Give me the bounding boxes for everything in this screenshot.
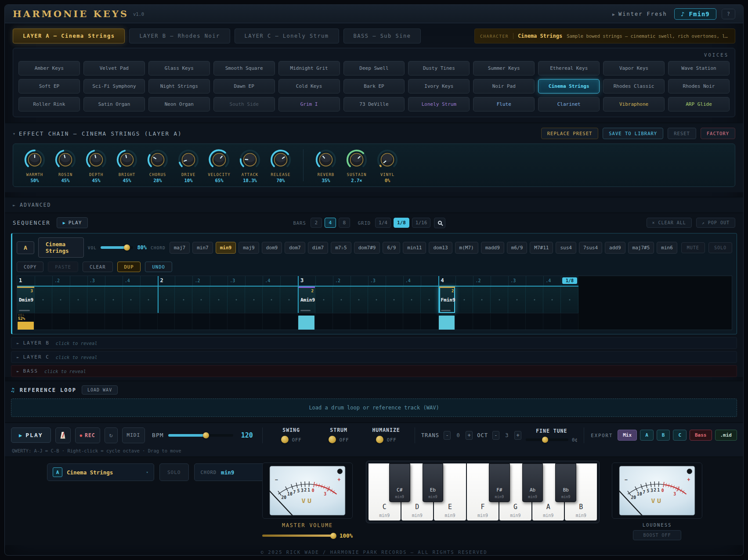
voice-rhodes-noir[interactable]: Rhodes Noir (668, 79, 730, 93)
factory-button[interactable]: FACTORY (701, 128, 735, 139)
grid-option-1-16[interactable]: 1/16 (412, 218, 431, 228)
velocity-lane[interactable]: VEL52% (17, 313, 578, 330)
bars-option-4[interactable]: 4 (325, 218, 336, 228)
velocity-slot[interactable] (123, 313, 140, 330)
oct-plus-button[interactable]: + (514, 431, 521, 440)
velocity-slot[interactable] (455, 313, 473, 330)
knob-chorus[interactable]: CHORUS28% (142, 147, 173, 183)
grid-cell[interactable] (175, 287, 192, 313)
grid-cell[interactable] (368, 287, 386, 313)
voice-noir-pad[interactable]: Noir Pad (473, 79, 535, 93)
grid-cell[interactable] (351, 287, 368, 313)
chord-add9[interactable]: add9 (605, 242, 625, 254)
knob-vinyl[interactable]: VINYL0% (372, 147, 403, 183)
chord-min9[interactable]: min9 (216, 242, 236, 254)
grid-cell[interactable] (245, 287, 263, 313)
grid-cell[interactable] (543, 287, 561, 313)
gold-knob-icon[interactable] (281, 436, 289, 443)
grid-cell[interactable] (70, 287, 87, 313)
gold-knob-icon[interactable] (376, 436, 383, 443)
replace-preset-button[interactable]: REPLACE PRESET (541, 128, 599, 139)
voice-deep-swell[interactable]: Deep Swell (343, 61, 405, 75)
velocity-slot[interactable] (140, 313, 158, 330)
slider-thumb[interactable] (124, 244, 130, 251)
chord-6-9[interactable]: 6/9 (383, 242, 400, 254)
velocity-slot[interactable] (315, 313, 333, 330)
chord-m7-5[interactable]: m7♭5 (331, 242, 351, 254)
black-key-f[interactable]: F#min9 (489, 463, 510, 502)
voice-rhodes-classic[interactable]: Rhodes Classic (603, 79, 665, 93)
chord-dom9[interactable]: dom9 (262, 242, 282, 254)
knob-reverb[interactable]: REVERB35% (311, 147, 341, 183)
tab-layer-c-lonely-strum[interactable]: LAYER C — Lonely Strum (235, 29, 339, 43)
keyboard-solo-button[interactable]: SOLO (159, 463, 189, 481)
grid-cell[interactable] (210, 287, 228, 313)
knob-bright[interactable]: BRIGHT45% (112, 147, 142, 183)
grid-cell[interactable] (561, 287, 578, 313)
knob-sustain[interactable]: SUSTAIN2.7× (341, 147, 372, 183)
velocity-slot[interactable] (421, 313, 438, 330)
export-mid-button[interactable]: .mid (715, 430, 737, 441)
collapsed-layer-layer-b[interactable]: ►LAYER Bclick to reveal (11, 337, 737, 349)
dup-button[interactable]: DUP (117, 262, 141, 272)
velocity-slot[interactable] (526, 313, 543, 330)
voice-dusty-tines[interactable]: Dusty Tines (408, 61, 470, 75)
chord-m7-11[interactable]: M7#11 (530, 242, 553, 254)
voice-roller-rink[interactable]: Roller Rink (18, 97, 80, 111)
save-to-library-button[interactable]: SAVE TO LIBRARY (603, 128, 663, 139)
voice-neon-organ[interactable]: Neon Organ (148, 97, 210, 111)
voice-summer-keys[interactable]: Summer Keys (473, 61, 535, 75)
metronome-button[interactable] (55, 427, 71, 443)
grid-cell[interactable] (421, 287, 438, 313)
voice-lonely-strum[interactable]: Lonely Strum (408, 97, 470, 111)
grid-cell[interactable] (87, 287, 105, 313)
velocity-slot[interactable] (491, 313, 508, 330)
loop-drop-zone[interactable]: Load a drum loop or reference track (WAV… (11, 398, 737, 417)
voice-ivory-keys[interactable]: Ivory Keys (408, 79, 470, 93)
voice-satin-organ[interactable]: Satin Organ (83, 97, 145, 111)
black-key-bb[interactable]: Bbmin9 (555, 463, 576, 502)
voice-wave-station[interactable]: Wave Station (668, 61, 730, 75)
velocity-slot[interactable] (298, 313, 315, 330)
velocity-slot[interactable] (351, 313, 368, 330)
velocity-slot[interactable] (543, 313, 561, 330)
velocity-slot[interactable] (70, 313, 87, 330)
grid-cell[interactable] (140, 287, 158, 313)
record-button[interactable]: ●REC (75, 427, 100, 443)
chord-m-m7[interactable]: m(M7) (455, 242, 478, 254)
voice-arp-glide[interactable]: ARP Glide (668, 97, 730, 111)
chord-min6[interactable]: min6 (657, 242, 677, 254)
velocity-slot[interactable] (228, 313, 245, 330)
velocity-slot[interactable] (245, 313, 263, 330)
transport-play-button[interactable]: ▶PLAY (11, 427, 51, 443)
velocity-slot[interactable] (368, 313, 386, 330)
master-volume-slider[interactable] (262, 535, 335, 537)
grid-cell[interactable] (123, 287, 140, 313)
reset-button[interactable]: RESET (668, 128, 696, 139)
grid-cell[interactable] (105, 287, 123, 313)
loop-button[interactable]: ↻ (105, 427, 118, 443)
grid-cell[interactable] (455, 287, 473, 313)
track-id-button[interactable]: A (17, 241, 34, 254)
chord-dim7[interactable]: dim7 (308, 242, 329, 254)
voice-dawn-ep[interactable]: Dawn EP (213, 79, 275, 93)
chord-cell-dmin9[interactable]: 3Dmin9 (17, 287, 35, 313)
velocity-slot[interactable] (403, 313, 421, 330)
velocity-slot[interactable] (210, 313, 228, 330)
grid-cell[interactable] (35, 287, 52, 313)
chord-maj9[interactable]: maj9 (238, 242, 259, 254)
knob-warmth[interactable]: WARMTH50% (19, 147, 50, 183)
solo-button[interactable]: SOLO (708, 242, 732, 253)
load-wav-button[interactable]: LOAD WAV (82, 385, 118, 395)
help-button[interactable]: ? (722, 9, 735, 19)
collapsed-layer-bass[interactable]: ►BASSclick to reveal (11, 365, 737, 377)
oct-minus-button[interactable]: - (492, 431, 499, 440)
velocity-slot[interactable] (263, 313, 280, 330)
grid-cell[interactable] (403, 287, 421, 313)
knob-drive[interactable]: DRIVE10% (173, 147, 204, 183)
layer-select-dropdown[interactable]: A Cinema Strings ▾ (47, 463, 154, 481)
black-key-c[interactable]: C#min9 (389, 463, 410, 502)
grid-cell[interactable] (491, 287, 508, 313)
voice-glass-keys[interactable]: Glass Keys (148, 61, 210, 75)
chord-sus4[interactable]: sus4 (556, 242, 576, 254)
